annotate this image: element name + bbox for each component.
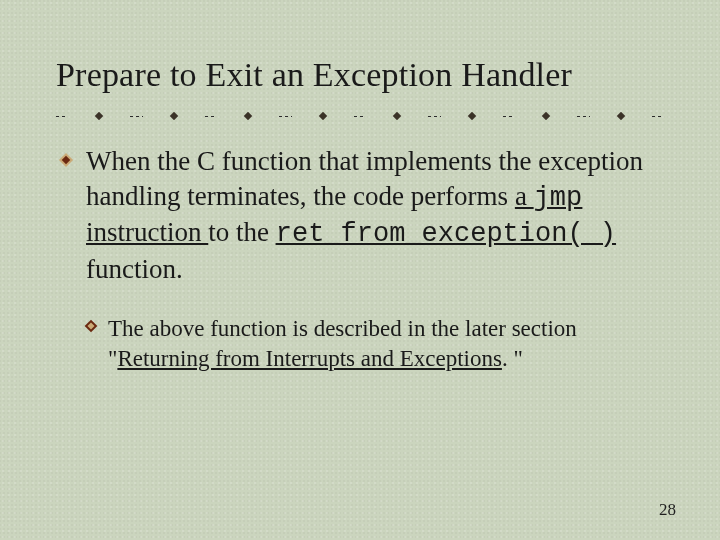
bullet-icon-main (58, 152, 74, 168)
page-number: 28 (659, 500, 676, 520)
bullet-sub-text-post: . " (502, 346, 523, 371)
title-separator (56, 112, 664, 120)
bullet-icon-sub (84, 319, 98, 333)
bullet-main-text-mid: to the (208, 217, 276, 247)
bullet-sub: The above function is described in the l… (104, 314, 664, 374)
returning-section-link: Returning from Interrupts and Exceptions (117, 346, 502, 371)
ret-from-exception-link: ret_from_exception( ) (276, 217, 616, 247)
bullet-main: When the C function that implements the … (86, 144, 664, 286)
slide-title: Prepare to Exit an Exception Handler (56, 56, 664, 94)
bullet-main-text-post: function. (86, 254, 183, 284)
